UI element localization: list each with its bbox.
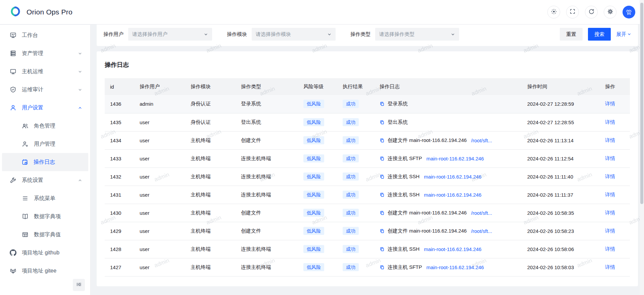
chevron-down-icon: [78, 87, 83, 92]
sidebar-menu: 工作台 资产管理 主机运维 运维审计 用户设置 角色管理 用户管理 操作日志 系…: [0, 26, 90, 280]
operation-module-select[interactable]: 请选择操作模块: [252, 28, 336, 41]
table-row: 1433 user 主机终端 连接主机终端 低风险 成功 连接主机 SFTP m…: [105, 149, 630, 167]
cell-type: 登录系统: [236, 95, 298, 113]
sidebar-item-dict-item[interactable]: 数据字典项: [0, 207, 90, 226]
cell-module: 主机终端: [185, 222, 236, 240]
sidebar-collapse-button[interactable]: [73, 279, 85, 291]
search-button[interactable]: 搜索: [588, 28, 611, 41]
log-link[interactable]: main-root-116.62.194.246: [426, 264, 484, 270]
log-link[interactable]: main-root-116.62.194.246: [426, 156, 484, 161]
cell-id: 1430: [105, 204, 134, 222]
result-badge: 成功: [343, 227, 359, 235]
cell-module: 主机终端: [185, 149, 236, 167]
sidebar-item-user-settings[interactable]: 用户设置: [0, 99, 90, 117]
detail-link[interactable]: 详情: [605, 228, 615, 234]
copy-icon[interactable]: [380, 265, 385, 270]
filter-field-user: 操作用户 请选择操作用户: [103, 28, 212, 41]
gear-icon: [607, 8, 613, 16]
cell-user: user: [134, 131, 185, 149]
sidebar-item-github[interactable]: 项目地址 github: [0, 244, 90, 262]
server-icon: [10, 50, 16, 57]
log-cell: 连接主机 SSH main-root-116.62.194.246: [380, 246, 516, 252]
filter-bar: 操作用户 请选择操作用户 操作模块 请选择操作模块 操作类型: [97, 22, 638, 46]
detail-link[interactable]: 详情: [605, 210, 615, 215]
detail-link[interactable]: 详情: [605, 155, 615, 161]
log-cell: 登出系统: [380, 119, 516, 126]
detail-link[interactable]: 详情: [605, 137, 615, 143]
cell-id: 1428: [105, 240, 134, 258]
field-label: 操作模块: [227, 31, 247, 38]
sidebar-item-label: 工作台: [22, 32, 83, 39]
cell-type: 创建文件: [236, 204, 298, 222]
sidebar-item-role-mgmt[interactable]: 角色管理: [0, 117, 90, 135]
scrollbar-thumb[interactable]: [640, 3, 643, 204]
sidebar-item-gitee[interactable]: 项目地址 gitee: [0, 262, 90, 280]
copy-icon[interactable]: [380, 174, 385, 179]
chevron-down-icon: [78, 69, 83, 74]
theme-icon: [551, 8, 557, 16]
sidebar-item-sys-settings[interactable]: 系统设置: [0, 171, 90, 189]
table-row: 1427 user 主机终端 连接主机终端 低风险 成功 连接主机 SFTP m…: [105, 258, 630, 276]
copy-icon[interactable]: [380, 229, 385, 234]
avatar[interactable]: 管: [623, 6, 635, 18]
sidebar-item-host-ops[interactable]: 主机运维: [0, 62, 90, 81]
wrench-icon: [10, 177, 16, 184]
detail-link[interactable]: 详情: [605, 264, 615, 270]
risk-badge: 低风险: [303, 191, 324, 199]
result-badge: 成功: [343, 100, 359, 108]
risk-badge: 低风险: [303, 209, 324, 217]
reset-button[interactable]: 重置: [560, 28, 583, 41]
sidebar-item-assets[interactable]: 资产管理: [0, 44, 90, 62]
cell-id: 1427: [105, 258, 134, 276]
sidebar-item-dict-value[interactable]: 数据字典值: [0, 226, 90, 244]
sidebar-item-label: 系统设置: [22, 177, 72, 184]
detail-link[interactable]: 详情: [605, 174, 615, 179]
operation-type-select[interactable]: 请选择操作类型: [375, 28, 459, 41]
sidebar-item-op-log[interactable]: 操作日志: [2, 153, 88, 171]
risk-badge: 低风险: [303, 173, 324, 181]
chevron-down-icon: [327, 32, 332, 37]
detail-link[interactable]: 详情: [605, 246, 615, 252]
log-link[interactable]: main-root-116.62.194.246: [424, 192, 482, 198]
operation-user-select[interactable]: 请选择操作用户: [128, 28, 212, 41]
table-row: 1428 user 主机终端 连接主机终端 低风险 成功 连接主机 SSH ma…: [105, 240, 630, 258]
result-badge: 成功: [343, 136, 359, 145]
column-header: 操作用户: [134, 78, 185, 95]
log-link[interactable]: /root/sft...: [471, 138, 492, 143]
copy-icon[interactable]: [380, 138, 385, 143]
copy-icon[interactable]: [380, 120, 385, 125]
copy-icon[interactable]: [380, 192, 385, 197]
cell-id: 1436: [105, 95, 134, 113]
result-badge: 成功: [343, 263, 359, 272]
settings-button[interactable]: [604, 6, 616, 18]
sidebar-item-ops-audit[interactable]: 运维审计: [0, 81, 90, 99]
table-row: 1429 user 主机终端 创建文件 低风险 成功 创建文件 main-roo…: [105, 222, 630, 240]
monitor-icon: [10, 68, 16, 75]
fullscreen-button[interactable]: [566, 6, 579, 18]
risk-badge: 低风险: [303, 227, 324, 235]
theme-button[interactable]: [547, 6, 560, 18]
log-text: 登录系统: [388, 101, 408, 107]
expand-toggle[interactable]: 展开: [616, 31, 631, 38]
result-badge: 成功: [343, 209, 359, 217]
detail-link[interactable]: 详情: [605, 192, 615, 197]
user-add-icon: [22, 141, 29, 147]
sidebar-item-sys-menu[interactable]: 系统菜单: [0, 189, 90, 207]
log-text: 创建文件 main-root-116.62.194.246: [388, 228, 468, 234]
log-link[interactable]: main-root-116.62.194.246: [424, 174, 482, 180]
copy-icon[interactable]: [380, 247, 385, 252]
copy-icon[interactable]: [380, 101, 385, 106]
detail-link[interactable]: 详情: [605, 119, 615, 125]
column-header: id: [105, 78, 134, 95]
detail-link[interactable]: 详情: [605, 101, 615, 106]
copy-icon[interactable]: [380, 210, 385, 215]
sidebar-item-workbench[interactable]: 工作台: [0, 26, 90, 44]
copy-icon[interactable]: [380, 156, 385, 161]
sidebar-item-user-mgmt[interactable]: 用户管理: [0, 135, 90, 153]
log-link[interactable]: main-root-116.62.194.246: [424, 246, 482, 252]
expand-label: 展开: [616, 31, 626, 38]
log-panel: 操作日志 id操作用户操作模块操作类型风险等级执行结果操作日志操作时间操作 14…: [97, 51, 638, 286]
log-link[interactable]: /root/sft...: [471, 210, 492, 216]
log-link[interactable]: /root/sft...: [471, 228, 492, 234]
refresh-button[interactable]: [585, 6, 598, 18]
